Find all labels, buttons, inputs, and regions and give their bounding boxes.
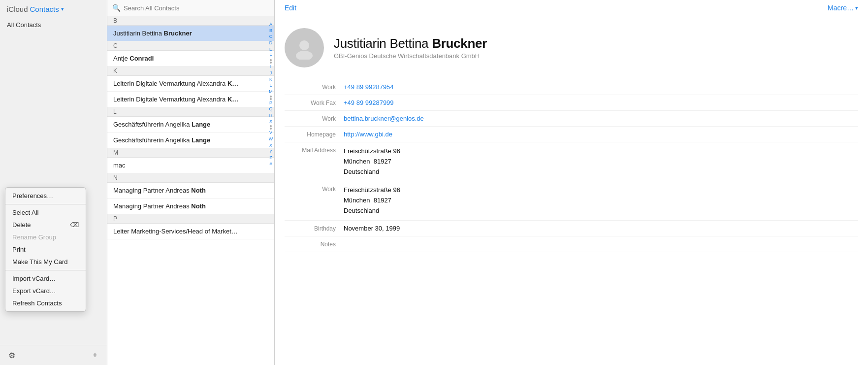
detail-row-birthday: Birthday November 30, 1999 [285,221,858,236]
contact-row[interactable]: Leiterin Digitale Vermarktung Alexandra … [107,76,274,92]
section-header-k: K [107,66,274,76]
search-input[interactable] [124,4,269,12]
avatar [285,28,324,67]
contact-row[interactable]: Leiterin Digitale Vermarktung Alexandra … [107,92,274,107]
alpha-dot-6 [270,128,272,130]
detail-header: Edit Macre… ▾ [275,0,868,18]
detail-panel-wrapper: Edit Macre… ▾ Justitiarin Bettina Bruckn… [275,0,868,365]
alpha-dot-1 [270,59,272,61]
alpha-hash[interactable]: # [269,162,272,167]
contact-row[interactable]: Geschäftsführerin Angelika Lange [107,133,274,148]
detail-row-mail-address: Mail Address Freischützstraße 96München … [285,142,858,181]
alpha-I[interactable]: I [270,64,272,70]
menu-item-refresh-contacts[interactable]: Refresh Contacts [5,297,86,309]
contact-row[interactable]: mac [107,158,274,173]
menu-separator-1 [5,204,86,204]
menu-item-preferences[interactable]: Preferences… [5,190,86,202]
contact-row[interactable]: Justitiarin Bettina Bruckner [107,26,274,41]
section-header-m: M [107,148,274,158]
contact-full-name: Justitiarin Bettina Bruckner [334,36,487,51]
alpha-A[interactable]: A [269,22,272,28]
contact-row[interactable]: Geschäftsführerin Angelika Lange [107,117,274,133]
sidebar-item-all-contacts[interactable]: All Contacts [0,18,107,32]
alpha-dot-5 [270,125,272,127]
alpha-K[interactable]: K [269,77,272,83]
sidebar-bottom: ⚙ + [0,345,107,365]
alpha-dot-3 [270,96,272,98]
contact-row[interactable]: Leiter Marketing-Services/Head of Market… [107,224,274,239]
sidebar-header: iCloud Contacts ▾ [0,0,107,18]
alpha-E[interactable]: E [269,47,272,53]
contact-company: GBI-Genios Deutsche Wirtschaftsdatenbank… [334,52,487,60]
alpha-Y[interactable]: Y [269,149,272,155]
menu-item-export-vcard[interactable]: Export vCard… [5,285,86,297]
contact-identity: Justitiarin Bettina Bruckner GBI-Genios … [285,28,858,67]
section-header-b: B [107,16,274,26]
alpha-J[interactable]: J [270,70,272,76]
contact-name-block: Justitiarin Bettina Bruckner GBI-Genios … [334,36,487,60]
search-bar: 🔍 [107,0,274,16]
alpha-dot-4 [270,98,272,100]
contacts-scroll: B Justitiarin Bettina Bruckner C Antje C… [107,16,274,365]
macre-area: Macre… ▾ [828,4,858,12]
menu-item-make-my-card[interactable]: Make This My Card [5,256,86,268]
menu-item-rename-group: Rename Group [5,231,86,243]
alpha-dot-2 [270,62,272,64]
alpha-M[interactable]: M [269,89,273,95]
alpha-L[interactable]: L [269,83,272,89]
contact-row[interactable]: Antje Conradi [107,51,274,66]
menu-item-import-vcard[interactable]: Import vCard… [5,272,86,285]
section-header-c: C [107,41,274,51]
macre-button[interactable]: Macre… [828,4,854,12]
menu-item-print[interactable]: Print [5,243,86,256]
alpha-B[interactable]: B [269,28,272,34]
alpha-V[interactable]: V [269,130,272,136]
sidebar: iCloud Contacts ▾ All Contacts Preferenc… [0,0,107,365]
context-menu: Preferences… Select All Delete ⌫ Rename … [5,187,86,312]
contact-row[interactable]: Managing Partner Andreas Noth [107,199,274,214]
contact-list: 🔍 B Justitiarin Bettina Bruckner C Antje… [107,0,275,365]
alpha-X[interactable]: X [269,143,272,149]
detail-row-work-email: Work bettina.bruckner@genios.de [285,111,858,127]
alpha-R[interactable]: R [269,113,273,119]
alpha-C[interactable]: C [269,34,273,40]
chevron-down-icon[interactable]: ▾ [61,6,64,12]
alpha-Z[interactable]: Z [269,155,272,161]
detail-row-work-phone: Work +49 89 99287954 [285,79,858,95]
menu-item-select-all[interactable]: Select All [5,206,86,219]
section-header-n: N [107,173,274,183]
alpha-index: A B C D E F I J K L M P Q R S V W X Y Z … [267,20,274,169]
contacts-label: Contacts [30,5,59,13]
delete-backspace-icon: ⌫ [70,221,79,229]
alpha-D[interactable]: D [269,40,273,46]
contact-detail-area: Justitiarin Bettina Bruckner GBI-Genios … [275,18,868,262]
detail-row-work-address: Work Freischützstraße 96München 81927Deu… [285,181,858,220]
detail-row-work-fax: Work Fax +49 89 99287999 [285,95,858,111]
svg-point-0 [299,40,309,50]
alpha-W[interactable]: W [269,136,273,142]
icloud-label: iCloud [7,5,28,13]
gear-icon[interactable]: ⚙ [7,350,17,360]
add-contact-icon[interactable]: + [90,350,100,360]
menu-item-delete[interactable]: Delete ⌫ [5,219,86,231]
section-header-p: P [107,214,274,224]
section-header-l: L [107,107,274,117]
edit-button[interactable]: Edit [285,4,296,12]
alpha-S[interactable]: S [269,119,272,125]
menu-separator-2 [5,270,86,270]
macre-chevron-icon[interactable]: ▾ [855,5,858,11]
detail-row-homepage: Homepage http://www.gbi.de [285,127,858,142]
alpha-Q[interactable]: Q [269,106,272,112]
alpha-P[interactable]: P [269,100,272,106]
contact-row[interactable]: Managing Partner Andreas Noth [107,183,274,199]
alpha-F[interactable]: F [269,53,272,59]
search-icon: 🔍 [112,4,121,12]
svg-point-1 [296,51,313,60]
detail-row-notes: Notes [285,236,858,252]
